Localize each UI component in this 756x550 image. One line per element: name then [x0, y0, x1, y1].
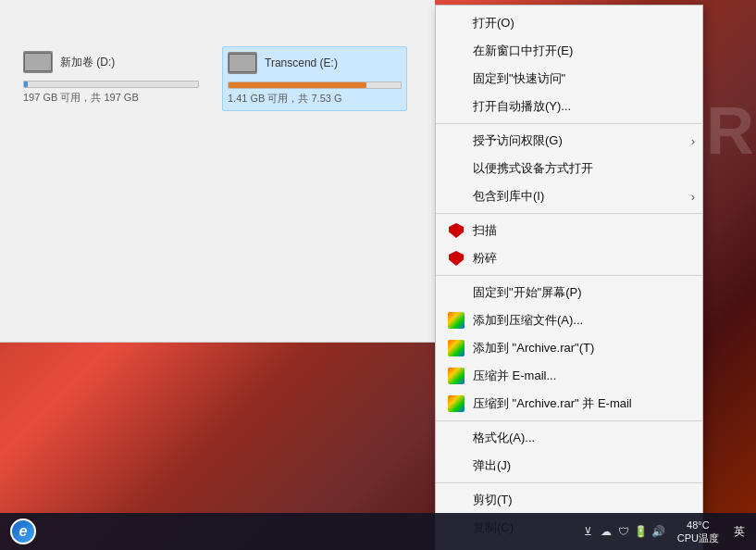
menu-cut-label: 剪切(T): [473, 492, 513, 508]
menu-add-archive-rar-icon: [447, 339, 465, 357]
menu-item-shred[interactable]: 粉碎: [436, 244, 702, 272]
drive-d-label: 新加卷 (D:): [60, 55, 115, 70]
menu-pin-start-icon: [447, 283, 465, 302]
tray-icon-antivirus[interactable]: 🛡: [616, 524, 631, 539]
tray-icon-volume[interactable]: 🔊: [651, 524, 666, 539]
menu-portable-open-label: 以便携式设备方式打开: [473, 160, 593, 177]
menu-shred-label: 粉碎: [473, 250, 497, 267]
menu-open-new-window-label: 在新窗口中打开(E): [473, 43, 573, 59]
context-menu: 打开(O) 在新窗口中打开(E) 固定到"快速访问" 打开自动播放(Y)... …: [435, 5, 703, 550]
menu-item-compress-email[interactable]: 压缩并 E-mail...: [436, 362, 702, 390]
menu-open-icon: [447, 14, 465, 32]
clock-area[interactable]: 48°C CPU温度: [670, 519, 726, 545]
menu-compress-archive-email-icon: [447, 394, 465, 413]
menu-item-autoplay[interactable]: 打开自动播放(Y)...: [436, 93, 702, 120]
menu-autoplay-icon: [447, 97, 465, 116]
menu-item-open-new-window[interactable]: 在新窗口中打开(E): [436, 37, 702, 65]
drive-e-info: 1.41 GB 可用，共 7.53 G: [228, 92, 342, 106]
tray-icon-battery[interactable]: 🔋: [634, 524, 649, 539]
menu-grant-access-label: 授予访问权限(G): [473, 132, 563, 149]
drive-d-info: 197 GB 可用，共 197 GB: [23, 91, 139, 105]
menu-add-archive-rar-label: 添加到 "Archive.rar"(T): [473, 340, 594, 356]
menu-compress-archive-email-label: 压缩到 "Archive.rar" 并 E-mail: [473, 395, 632, 412]
tray-icon-network[interactable]: ⊻: [581, 524, 596, 539]
menu-eject-label: 弹出(J): [473, 457, 511, 474]
drive-d-header: 新加卷 (D:): [23, 51, 115, 73]
menu-item-add-archive[interactable]: 添加到压缩文件(A)...: [436, 306, 702, 334]
rar-icon-add-archive-rar: [448, 340, 465, 356]
menu-add-archive-label: 添加到压缩文件(A)...: [473, 312, 583, 329]
menu-include-library-icon: [447, 187, 465, 206]
menu-compress-email-icon: [447, 367, 465, 385]
drive-e-icon: [228, 52, 257, 74]
menu-grant-access-arrow: ›: [691, 134, 695, 148]
menu-sep-1: [436, 123, 702, 124]
menu-item-portable-open[interactable]: 以便携式设备方式打开: [436, 155, 702, 182]
menu-scan-icon: [447, 221, 465, 240]
drive-d-bar-used: [24, 81, 28, 87]
menu-format-icon: [447, 429, 465, 447]
menu-cut-icon: [447, 491, 465, 509]
menu-item-pin-quick-access[interactable]: 固定到"快速访问": [436, 65, 702, 93]
system-tray: ⊻ ☁ 🛡 🔋 🔊: [581, 524, 666, 539]
menu-item-scan[interactable]: 扫描: [436, 217, 702, 244]
menu-item-open[interactable]: 打开(O): [436, 9, 702, 37]
menu-include-library-label: 包含到库中(I): [473, 188, 544, 205]
drive-e[interactable]: Transcend (E:) 1.41 GB 可用，共 7.53 G: [222, 46, 407, 111]
drive-e-bar-used: [229, 82, 366, 88]
menu-grant-access-icon: [447, 131, 465, 150]
shield-shred-icon: [449, 251, 464, 266]
language-indicator[interactable]: 英: [730, 524, 749, 540]
rar-icon-compress-archive-email: [448, 395, 465, 412]
menu-eject-icon: [447, 456, 465, 475]
menu-item-add-archive-rar[interactable]: 添加到 "Archive.rar"(T): [436, 334, 702, 362]
menu-item-compress-archive-email[interactable]: 压缩到 "Archive.rar" 并 E-mail: [436, 390, 702, 418]
rar-icon-compress-email: [448, 368, 465, 384]
menu-pin-quick-access-icon: [447, 69, 465, 88]
drive-e-bar-container: [228, 81, 402, 89]
menu-sep-4: [436, 420, 702, 421]
ie-browser-icon: e: [10, 519, 36, 544]
menu-add-archive-icon: [447, 311, 465, 330]
menu-item-eject[interactable]: 弹出(J): [436, 452, 702, 480]
menu-open-label: 打开(O): [473, 15, 514, 31]
file-explorer: 新加卷 (D:) 197 GB 可用，共 197 GB Transcend (E…: [0, 0, 435, 343]
menu-sep-3: [436, 275, 702, 276]
drives-area: 新加卷 (D:) 197 GB 可用，共 197 GB Transcend (E…: [19, 46, 407, 111]
drive-d[interactable]: 新加卷 (D:) 197 GB 可用，共 197 GB: [19, 46, 204, 111]
clock-sub: CPU温度: [677, 531, 719, 544]
drive-d-icon: [23, 51, 53, 73]
menu-sep-5: [436, 482, 702, 483]
menu-item-cut[interactable]: 剪切(T): [436, 486, 702, 514]
menu-format-label: 格式化(A)...: [473, 430, 535, 446]
menu-item-pin-start[interactable]: 固定到"开始"屏幕(P): [436, 279, 702, 306]
menu-shred-icon: [447, 249, 465, 268]
menu-compress-email-label: 压缩并 E-mail...: [473, 368, 556, 384]
taskbar: e ⊻ ☁ 🛡 🔋 🔊 48°C CPU温度 英: [0, 513, 756, 550]
menu-pin-quick-access-label: 固定到"快速访问": [473, 70, 565, 87]
menu-open-new-window-icon: [447, 42, 465, 60]
taskbar-right: ⊻ ☁ 🛡 🔋 🔊 48°C CPU温度 英: [581, 513, 756, 550]
tray-icon-cloud[interactable]: ☁: [599, 524, 613, 539]
menu-autoplay-label: 打开自动播放(Y)...: [473, 98, 571, 115]
shield-scan-icon: [449, 223, 464, 238]
menu-item-format[interactable]: 格式化(A)...: [436, 424, 702, 452]
menu-sep-2: [436, 213, 702, 214]
menu-item-include-library[interactable]: 包含到库中(I) ›: [436, 182, 702, 210]
menu-portable-open-icon: [447, 159, 465, 178]
clock-temp: 48°C: [687, 519, 710, 531]
rar-icon-add-archive: [448, 312, 465, 329]
menu-include-library-arrow: ›: [691, 190, 695, 204]
drive-e-label: Transcend (E:): [265, 56, 338, 69]
menu-item-grant-access[interactable]: 授予访问权限(G) ›: [436, 127, 702, 155]
menu-pin-start-label: 固定到"开始"屏幕(P): [473, 284, 582, 301]
drive-d-bar-container: [23, 81, 199, 88]
menu-scan-label: 扫描: [473, 222, 497, 239]
taskbar-start[interactable]: e: [0, 513, 46, 550]
drive-e-header: Transcend (E:): [228, 52, 338, 74]
